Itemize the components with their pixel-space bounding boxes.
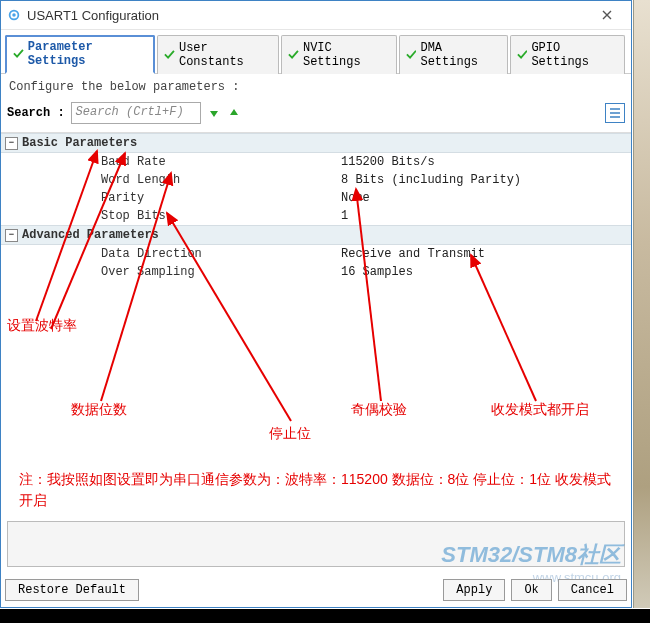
tab-parameter-settings[interactable]: Parameter Settings <box>5 35 155 74</box>
background-strip <box>633 0 650 608</box>
annotation-mode: 收发模式都开启 <box>491 401 589 419</box>
group-basic-parameters[interactable]: − Basic Parameters <box>1 133 631 153</box>
titlebar: USART1 Configuration <box>1 1 631 30</box>
group-advanced-parameters[interactable]: − Advanced Parameters <box>1 225 631 245</box>
config-dialog: USART1 Configuration Parameter Settings … <box>0 0 632 608</box>
tab-dma-settings[interactable]: DMA Settings <box>399 35 508 74</box>
close-button[interactable] <box>587 1 627 29</box>
param-stop-bits[interactable]: Stop Bits 1 <box>1 207 631 225</box>
tab-label: NVIC Settings <box>303 41 388 69</box>
tab-label: Parameter Settings <box>28 40 145 68</box>
param-word-length[interactable]: Word Length 8 Bits (including Parity) <box>1 171 631 189</box>
params-area: − Basic Parameters Baud Rate 115200 Bits… <box>1 132 631 281</box>
annotation-databits: 数据位数 <box>71 401 127 419</box>
search-input[interactable]: Search (Crtl+F) <box>71 102 201 124</box>
group-title: Basic Parameters <box>22 136 137 150</box>
check-icon <box>164 49 175 61</box>
taskbar <box>0 609 650 623</box>
tab-label: DMA Settings <box>420 41 498 69</box>
param-value: Receive and Transmit <box>221 247 631 261</box>
list-mode-icon[interactable] <box>605 103 625 123</box>
restore-default-button[interactable]: Restore Default <box>5 579 139 601</box>
app-icon <box>7 8 21 22</box>
param-name: Stop Bits <box>1 209 221 223</box>
apply-button[interactable]: Apply <box>443 579 505 601</box>
tab-gpio-settings[interactable]: GPIO Settings <box>510 35 625 74</box>
param-value: 115200 Bits/s <box>221 155 631 169</box>
svg-point-1 <box>12 13 16 17</box>
annotation-parity: 奇偶校验 <box>351 401 407 419</box>
search-row: Search : Search (Crtl+F) <box>1 100 631 132</box>
param-name: Over Sampling <box>1 265 221 279</box>
tab-label: GPIO Settings <box>531 41 616 69</box>
annotation-note: 注：我按照如图设置即为串口通信参数为：波特率：115200 数据位：8位 停止位… <box>19 469 619 511</box>
description-box <box>7 521 625 567</box>
tabbar: Parameter Settings User Constants NVIC S… <box>1 30 631 74</box>
ok-button[interactable]: Ok <box>511 579 551 601</box>
check-icon <box>288 49 299 61</box>
window-title: USART1 Configuration <box>27 8 587 23</box>
param-over-sampling[interactable]: Over Sampling 16 Samples <box>1 263 631 281</box>
search-prev-icon[interactable] <box>227 106 241 120</box>
tab-nvic-settings[interactable]: NVIC Settings <box>281 35 396 74</box>
annotation-baud: 设置波特率 <box>7 317 77 335</box>
param-name: Word Length <box>1 173 221 187</box>
check-icon <box>517 49 528 61</box>
subtitle: Configure the below parameters : <box>1 74 631 100</box>
tab-user-constants[interactable]: User Constants <box>157 35 279 74</box>
collapse-icon[interactable]: − <box>5 137 18 150</box>
annotation-stopbits: 停止位 <box>269 425 311 443</box>
group-title: Advanced Parameters <box>22 228 159 242</box>
check-icon <box>406 49 417 61</box>
param-value: 16 Samples <box>221 265 631 279</box>
search-label: Search : <box>7 106 65 120</box>
param-baud-rate[interactable]: Baud Rate 115200 Bits/s <box>1 153 631 171</box>
param-name: Parity <box>1 191 221 205</box>
check-icon <box>13 48 24 60</box>
cancel-button[interactable]: Cancel <box>558 579 627 601</box>
param-value: None <box>221 191 631 205</box>
param-value: 8 Bits (including Parity) <box>221 173 631 187</box>
search-next-icon[interactable] <box>207 106 221 120</box>
tab-label: User Constants <box>179 41 270 69</box>
footer: Restore Default Apply Ok Cancel <box>5 579 627 601</box>
param-value: 1 <box>221 209 631 223</box>
param-parity[interactable]: Parity None <box>1 189 631 207</box>
param-name: Data Direction <box>1 247 221 261</box>
param-data-direction[interactable]: Data Direction Receive and Transmit <box>1 245 631 263</box>
param-name: Baud Rate <box>1 155 221 169</box>
collapse-icon[interactable]: − <box>5 229 18 242</box>
